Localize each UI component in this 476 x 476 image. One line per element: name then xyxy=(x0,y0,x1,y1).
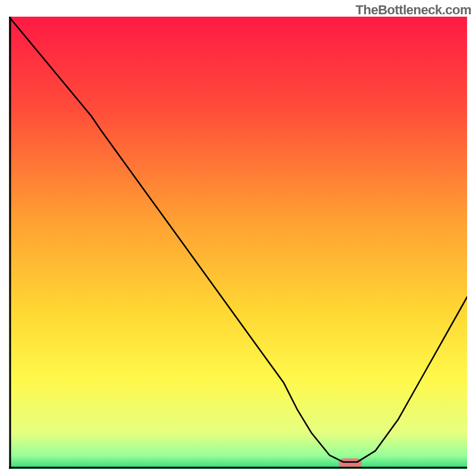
chart-canvas xyxy=(9,17,467,469)
plot-area xyxy=(9,17,467,469)
watermark-text: TheBottleneck.com xyxy=(356,2,471,18)
chart-container: TheBottleneck.com xyxy=(0,0,476,476)
